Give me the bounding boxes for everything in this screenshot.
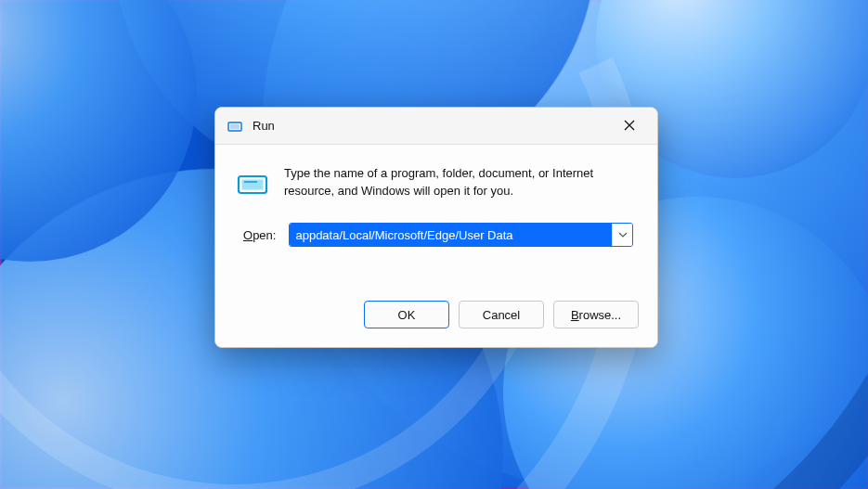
- open-label: Open:: [243, 228, 276, 242]
- desktop-wallpaper: Run Type the name of a program,: [0, 0, 868, 489]
- open-input[interactable]: [290, 224, 612, 246]
- browse-button[interactable]: Browse...: [553, 301, 639, 328]
- svg-rect-1: [230, 124, 240, 129]
- open-row: Open:: [215, 217, 657, 254]
- button-row: OK Cancel Browse...: [215, 290, 657, 347]
- open-combobox[interactable]: [289, 223, 633, 247]
- svg-rect-5: [242, 180, 264, 190]
- close-button[interactable]: [607, 108, 652, 145]
- run-icon: [236, 167, 269, 200]
- titlebar[interactable]: Run: [215, 108, 657, 145]
- cancel-button[interactable]: Cancel: [459, 301, 544, 328]
- run-titlebar-icon: [227, 118, 243, 135]
- spacer: [215, 254, 657, 290]
- dialog-title: Run: [253, 119, 275, 133]
- ok-button[interactable]: OK: [364, 301, 449, 328]
- close-icon: [624, 118, 635, 134]
- chevron-down-icon[interactable]: [612, 224, 632, 246]
- run-dialog: Run Type the name of a program,: [214, 107, 658, 348]
- dialog-description: Type the name of a program, folder, docu…: [284, 165, 633, 200]
- dialog-body: Type the name of a program, folder, docu…: [215, 145, 657, 217]
